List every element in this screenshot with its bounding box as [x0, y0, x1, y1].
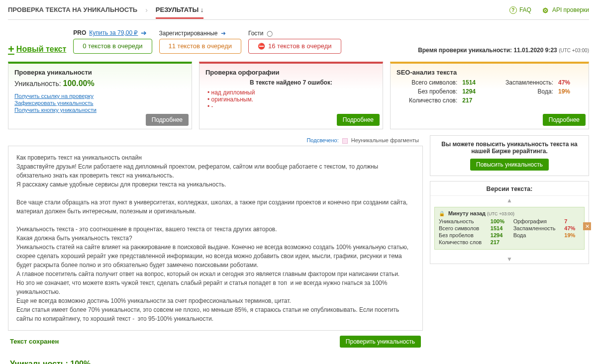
- chevron-right-icon: ›: [145, 1, 148, 19]
- queue-pro: 0 текстов в очереди: [73, 39, 152, 54]
- new-text-label: Новый текст: [16, 45, 66, 54]
- queue-registered: 11 текстов в очереди: [159, 39, 242, 54]
- panel-spelling: Проверка орфографии В тексте найдено 7 о…: [199, 62, 383, 129]
- login-icon: [221, 30, 226, 37]
- tab-check[interactable]: ПРОВЕРКА ТЕКСТА НА УНИКАЛЬНОСТЬ: [8, 1, 137, 19]
- guests-label: Гости: [248, 30, 341, 37]
- tab-results[interactable]: РЕЗУЛЬТАТЫ ↓: [156, 1, 203, 19]
- text-content[interactable]: Как проверить текст на уникальность онла…: [8, 146, 423, 331]
- versions-next[interactable]: ▼: [430, 255, 589, 264]
- seo-water-label: Вода:: [493, 88, 553, 95]
- spell-error-1: над дипломный: [207, 89, 377, 96]
- help-icon: [509, 6, 516, 13]
- api-label: API проверки: [552, 6, 589, 13]
- gear-icon: [542, 6, 549, 13]
- plus-icon: +: [8, 46, 14, 53]
- spell-error-2: оригинальным.: [207, 96, 377, 103]
- close-icon[interactable]: ✕: [583, 222, 591, 230]
- uniq-link-button[interactable]: Получить кнопку уникальности: [14, 107, 186, 113]
- uniq-more-button[interactable]: Подробнее: [146, 114, 189, 126]
- lock-icon: [439, 210, 447, 216]
- stop-icon: [258, 42, 268, 50]
- arrow-right-icon: ➔: [141, 29, 147, 37]
- seo-words-label: Количество слов:: [397, 97, 457, 104]
- seo-spam-label: Заспамленность:: [493, 79, 553, 86]
- faq-link[interactable]: FAQ: [509, 6, 531, 13]
- versions-prev[interactable]: ▲: [430, 196, 589, 205]
- check-time: Время проверки уникальности: 11.01.2020 …: [418, 47, 589, 54]
- seo-more-button[interactable]: Подробнее: [543, 114, 586, 126]
- seo-spam-value: 47%: [558, 79, 583, 86]
- seo-words-value: 217: [462, 97, 488, 104]
- spell-title: Проверка орфографии: [205, 69, 377, 76]
- version-entry[interactable]: ✕ Минуту назад (UTC +03:00) Уникальность…: [434, 207, 585, 250]
- new-text-button[interactable]: + Новый текст: [8, 45, 66, 54]
- panel-uniqueness: Проверка уникальности Уникальность: 100.…: [8, 62, 192, 129]
- saved-label: Текст сохранен: [10, 338, 59, 345]
- spell-error-3: -: [207, 103, 377, 110]
- uniq-link-share[interactable]: Получить ссылку на проверку: [14, 93, 186, 99]
- swatch-icon: [342, 138, 348, 144]
- seo-nospace-value: 1294: [462, 88, 488, 95]
- versions-title: Версии текста:: [430, 182, 589, 196]
- highlight-legend: Подсвечено: Неуникальные фрагменты: [8, 135, 423, 146]
- queue-guests: 16 текстов в очереди: [248, 39, 341, 54]
- uniq-score: Уникальность: 100.00%: [14, 79, 186, 88]
- promo-card: Вы можете повысить уникальность текста н…: [430, 135, 589, 176]
- promo-button[interactable]: Повысить уникальность: [470, 159, 549, 171]
- bottom-uniqueness: Уникальность: 100%: [8, 353, 589, 364]
- registered-label: Зарегистрированные: [159, 30, 242, 37]
- recheck-button[interactable]: Проверить уникальность: [340, 336, 421, 348]
- uniq-title: Проверка уникальности: [14, 69, 186, 76]
- uniq-link-fix[interactable]: Зафиксировать уникальность: [14, 100, 186, 106]
- pro-buy-link[interactable]: Купить за 79,00 ₽: [89, 29, 138, 36]
- seo-total-label: Всего символов:: [397, 79, 457, 86]
- guest-icon: [267, 30, 273, 37]
- versions-panel: Версии текста: ▲ ✕ Минуту назад (UTC +03…: [430, 181, 589, 264]
- panel-seo: SEO-анализ текста Всего символов: 1514 З…: [390, 62, 589, 129]
- seo-water-value: 19%: [558, 88, 583, 95]
- api-link[interactable]: API проверки: [542, 6, 589, 13]
- spell-more-button[interactable]: Подробнее: [337, 114, 380, 126]
- faq-label: FAQ: [519, 6, 531, 13]
- seo-title: SEO-анализ текста: [397, 69, 583, 76]
- promo-text: Вы можете повысить уникальность текста н…: [436, 141, 583, 155]
- seo-total-value: 1514: [462, 79, 488, 86]
- spell-subtitle: В тексте найдено 7 ошибок:: [205, 79, 377, 86]
- pro-label: PRO Купить за 79,00 ₽ ➔: [73, 29, 152, 37]
- seo-nospace-label: Без пробелов:: [397, 88, 457, 95]
